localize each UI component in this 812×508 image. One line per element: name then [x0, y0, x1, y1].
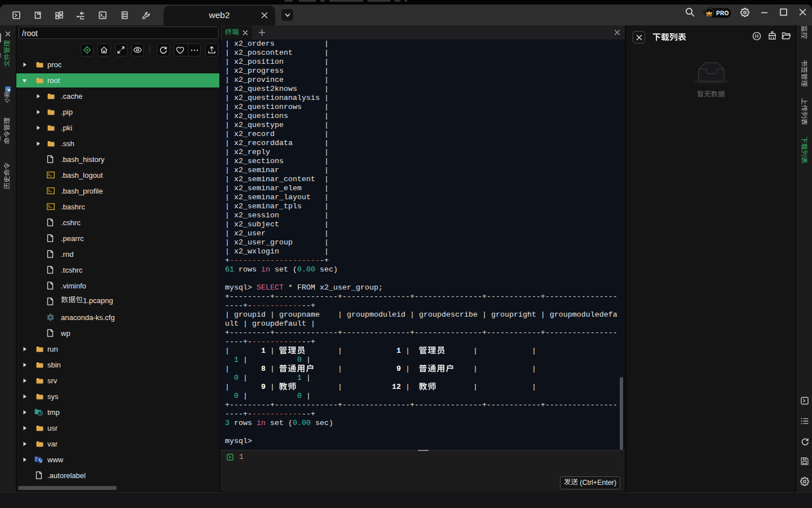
- svg-text:PRO: PRO: [716, 10, 729, 16]
